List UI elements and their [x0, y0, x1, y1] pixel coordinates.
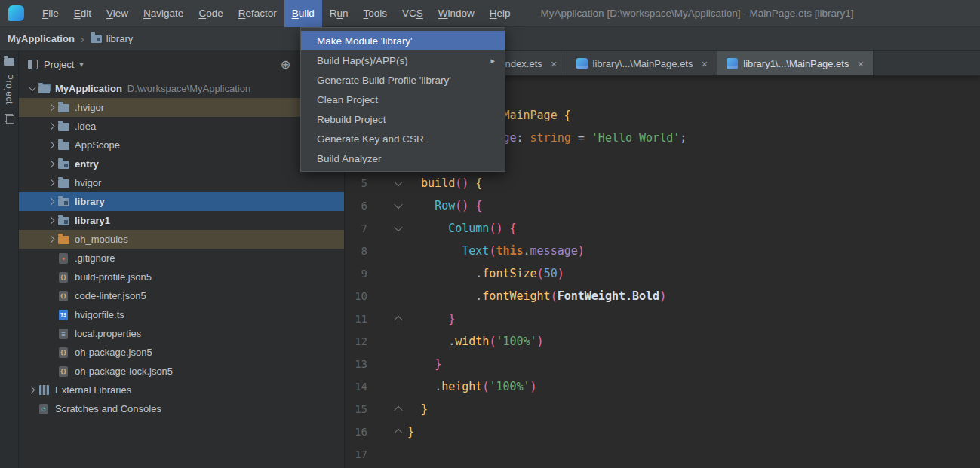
- code-text[interactable]: .fontSize(50): [404, 262, 564, 285]
- close-icon[interactable]: ×: [857, 57, 864, 70]
- code-text[interactable]: .fontWeight(FontWeight.Bold): [404, 285, 666, 307]
- menu-item-make-module-library[interactable]: Make Module 'library': [301, 31, 505, 50]
- chevron-right-icon[interactable]: [45, 199, 57, 204]
- json5-icon: {}: [57, 366, 70, 377]
- chevron-right-icon[interactable]: [45, 218, 57, 223]
- menu-item-build-analyzer[interactable]: Build Analyzer: [301, 148, 505, 168]
- fold-end-icon[interactable]: [392, 398, 404, 421]
- menu-item-clean-project[interactable]: Clean Project: [301, 90, 505, 109]
- menubar-item-view[interactable]: View: [99, 0, 136, 27]
- chevron-right-icon[interactable]: [45, 105, 57, 110]
- code-text[interactable]: .height('100%'): [404, 375, 537, 398]
- fold-start-icon[interactable]: [392, 172, 404, 194]
- code-text[interactable]: }: [404, 421, 414, 443]
- menubar-item-edit[interactable]: Edit: [66, 0, 99, 27]
- code-text[interactable]: }: [404, 398, 428, 421]
- menu-item-build-hap-s-app-s[interactable]: Build Hap(s)/APP(s)▸: [301, 50, 505, 70]
- tree-item-label: library1: [75, 215, 110, 226]
- fold-end-icon[interactable]: [392, 307, 404, 330]
- tree-item-entry[interactable]: entry: [19, 154, 344, 173]
- menubar-item-navigate[interactable]: Navigate: [136, 0, 191, 27]
- close-icon[interactable]: ×: [551, 57, 558, 70]
- tree-item-external-libraries[interactable]: External Libraries: [19, 381, 344, 399]
- menubar-item-code[interactable]: Code: [191, 0, 230, 27]
- breadcrumb-project[interactable]: MyApplication: [8, 33, 75, 44]
- tree-item-code-linter-json5[interactable]: {}code-linter.json5: [19, 286, 344, 305]
- menubar-item-window[interactable]: Window: [431, 0, 482, 27]
- menu-bar: FileEditViewNavigateCodeRefactorBuildRun…: [0, 0, 980, 27]
- tab-library1-mainpage-ets[interactable]: library1\...\MainPage.ets×: [717, 51, 874, 75]
- code-text[interactable]: }: [404, 307, 455, 330]
- menu-item-generate-key-and-csr[interactable]: Generate Key and CSR: [301, 129, 505, 148]
- tree-item-oh-package-json5[interactable]: {}oh-package.json5: [19, 343, 344, 362]
- project-panel-title[interactable]: Project: [44, 59, 74, 70]
- fold-gutter: [392, 262, 404, 285]
- menubar-item-tools[interactable]: Tools: [356, 0, 395, 27]
- menu-item-label: Generate Build Profile 'library': [317, 75, 451, 86]
- tree-item-build-profile-json5[interactable]: {}build-profile.json5: [19, 268, 344, 286]
- breadcrumb-module[interactable]: library: [106, 33, 133, 44]
- menubar-item-refactor[interactable]: Refactor: [231, 0, 284, 27]
- chevron-right-icon[interactable]: [45, 237, 57, 242]
- close-icon[interactable]: ×: [701, 57, 708, 70]
- ext-lib-icon: [37, 385, 51, 395]
- code-text[interactable]: Column() {: [404, 217, 517, 240]
- menubar-item-run[interactable]: Run: [322, 0, 356, 27]
- fold-start-icon[interactable]: [392, 217, 404, 240]
- code-text[interactable]: }: [404, 353, 441, 375]
- menubar-item-file[interactable]: File: [35, 0, 66, 27]
- code-line: 10 .fontWeight(FontWeight.Bold): [345, 285, 980, 307]
- chevron-down-icon[interactable]: [25, 86, 37, 91]
- code-line: 7 Column() {: [345, 217, 980, 240]
- folder-copy-icon[interactable]: [5, 114, 14, 124]
- app-logo-icon: [8, 5, 24, 21]
- tree-item-hvigor[interactable]: hvigor: [19, 173, 344, 192]
- chevron-down-icon[interactable]: ▾: [79, 60, 83, 69]
- code-text[interactable]: Row() {: [404, 194, 482, 217]
- tree-item-idea[interactable]: .idea: [19, 117, 344, 136]
- code-line: 16}: [345, 421, 980, 443]
- chevron-right-icon[interactable]: [45, 161, 57, 167]
- menubar-item-help[interactable]: Help: [482, 0, 518, 27]
- chevron-right-icon[interactable]: [25, 387, 37, 393]
- tab-library-mainpage-ets[interactable]: library\...\MainPage.ets×: [567, 51, 718, 75]
- code-text[interactable]: [404, 443, 407, 466]
- tree-item-label: library: [75, 196, 105, 207]
- line-number: 10: [345, 285, 367, 307]
- tree-item-local-properties[interactable]: ≡local.properties: [19, 324, 344, 343]
- locate-file-icon[interactable]: ⊕: [281, 59, 290, 71]
- tree-item-oh-package-lock-json5[interactable]: {}oh-package-lock.json5: [19, 362, 344, 381]
- fold-start-icon[interactable]: [392, 194, 404, 217]
- tree-item-appscope[interactable]: AppScope: [19, 136, 344, 154]
- chevron-right-icon[interactable]: [45, 124, 57, 129]
- tree-item-library[interactable]: library: [19, 192, 344, 211]
- tree-item-oh-modules[interactable]: oh_modules: [19, 230, 344, 249]
- chevron-right-icon[interactable]: [45, 142, 57, 148]
- tree-item-myapplication[interactable]: MyApplicationD:\workspace\MyApplication: [19, 79, 344, 98]
- line-number: 7: [345, 217, 367, 240]
- tree-item-gitignore[interactable]: ◆.gitignore: [19, 249, 344, 268]
- code-line: 17: [345, 443, 980, 466]
- submenu-arrow-icon: ▸: [490, 56, 495, 66]
- scratches-icon: ◔: [37, 404, 51, 414]
- menubar-item-vcs[interactable]: VCS: [395, 0, 431, 27]
- tree-item-hvigorfile-ts[interactable]: TShvigorfile.ts: [19, 305, 344, 324]
- project-tool-button[interactable]: Project: [4, 74, 14, 105]
- code-line: 9 .fontSize(50): [345, 262, 980, 285]
- tree-item-label: MyApplication: [55, 83, 122, 94]
- fold-gutter: [392, 375, 404, 398]
- tree-item-library1[interactable]: library1: [19, 211, 344, 230]
- tree-item-scratches-and-consoles[interactable]: ◔Scratches and Consoles: [19, 399, 344, 418]
- menu-item-generate-build-profile-library[interactable]: Generate Build Profile 'library': [301, 70, 505, 90]
- code-text[interactable]: .width('100%'): [404, 330, 544, 353]
- project-tool-icon[interactable]: [4, 58, 14, 66]
- menu-item-rebuild-project[interactable]: Rebuild Project: [301, 109, 505, 129]
- fold-gutter: [392, 285, 404, 307]
- fold-end-icon[interactable]: [392, 421, 404, 443]
- menubar-item-build[interactable]: Build: [284, 0, 322, 27]
- chevron-right-icon[interactable]: [45, 180, 57, 185]
- tree-item-hvigor[interactable]: .hvigor: [19, 98, 344, 117]
- menu-item-label: Build Analyzer: [317, 153, 382, 164]
- code-text[interactable]: build() {: [404, 172, 482, 194]
- code-text[interactable]: Text(this.message): [404, 240, 585, 262]
